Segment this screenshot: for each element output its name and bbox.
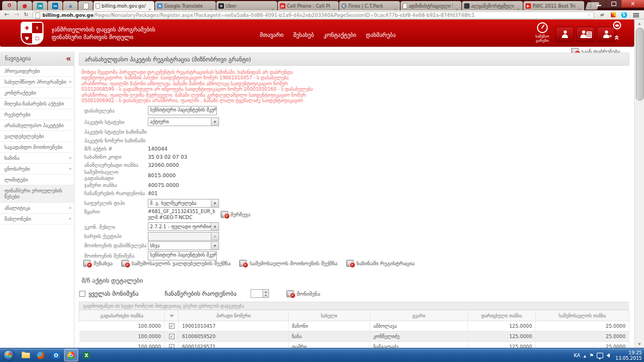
sidebar-item-obligations[interactable]: ვალდებულებები — [0, 131, 74, 142]
sidebar-item-payment-requests[interactable]: საგადახდო მოთხოვნები — [0, 142, 74, 153]
tab-besieged[interactable]: ალყაშემორტყმული აბ — [462, 1, 523, 10]
close-icon[interactable] — [516, 3, 521, 8]
clock[interactable]: 19:25 13.05.2015 — [615, 350, 642, 361]
spinner-arrows-icon[interactable]: ▲▼ — [262, 290, 268, 297]
row-checkbox[interactable] — [169, 323, 174, 329]
reload-icon[interactable] — [22, 11, 30, 18]
request-note-input[interactable]: სენსიტიური პაციენტების მკურნალ — [148, 251, 217, 260]
nav-home[interactable]: მთავარი — [260, 32, 284, 38]
back-icon[interactable] — [2, 11, 11, 18]
scroll-up-icon[interactable] — [635, 20, 644, 27]
sidebar-item-acceptance-acts[interactable]: მიღება-ჩაბარების აქტები — [0, 98, 74, 109]
create-income-request-button[interactable]: საშემოსავლოს მოთხოვნის შექმნა — [239, 260, 337, 267]
col-personal-number[interactable]: პირადი ნომერი — [179, 310, 289, 321]
expense-subtype-select[interactable] — [148, 232, 219, 241]
pinned-tab-drive[interactable]: ▲ — [63, 1, 78, 10]
network-icon[interactable] — [597, 353, 603, 358]
sidebar-item-references[interactable]: ცნობარები — [0, 164, 74, 174]
scroll-down-icon[interactable] — [635, 340, 644, 348]
sidebar-item-limits[interactable]: ლიმიტები — [0, 174, 74, 185]
outlook-taskbar-button[interactable]: O — [49, 349, 63, 361]
sidebar-item-nonsalary-packages[interactable]: არასახელფასო პაკეტები — [0, 120, 74, 131]
extension-arrows-icon[interactable] — [598, 11, 606, 18]
sidebar-item-analytics[interactable]: ანალიტიკა — [0, 203, 74, 214]
sidebar-item-providers[interactable]: პროვაიდერები — [0, 66, 74, 77]
mark-button[interactable]: მონიშვნა — [286, 290, 320, 297]
skype-icon[interactable] — [620, 11, 628, 18]
request-purpose-select[interactable]: სხვა — [148, 241, 219, 250]
sidebar-item-templates[interactable]: შაბლონები — [0, 214, 74, 224]
forward-icon[interactable] — [12, 11, 21, 18]
sidebar-item-financial-unit-rules[interactable]: ფინანსური ერთეულების წესები — [0, 185, 74, 203]
pinned-tab-yr[interactable]: YR — [33, 1, 47, 10]
status-select[interactable]: აქტიური — [148, 117, 219, 126]
minimize-button[interactable] — [591, 0, 606, 8]
sidebar-item-state-programs[interactable]: სახელმწიფო პროგრამები — [0, 77, 74, 88]
bookmark-star-icon[interactable] — [587, 13, 591, 18]
headset-icon[interactable] — [613, 21, 621, 29]
source-select-button[interactable]: შერჩევა — [221, 211, 251, 218]
tab-billing[interactable]: billing.moh.gov.ge/Page — [93, 1, 154, 10]
nav-contacts[interactable]: კონტაქტები — [324, 32, 357, 38]
explorer-taskbar-button[interactable] — [18, 349, 33, 361]
sidebar-item-registers[interactable]: რეესტრები — [0, 109, 74, 120]
col-filter[interactable] — [165, 310, 179, 321]
row-checkbox[interactable] — [169, 334, 174, 339]
col-accrued-amount[interactable]: დარიცხული თანხა — [468, 310, 536, 321]
tab-administrative[interactable]: ადმინისტრაციული სამ — [401, 1, 461, 10]
tab-cell-phone[interactable]: JD Cell Phone : Cell Phone — [278, 1, 339, 10]
action-center-flag-icon[interactable] — [589, 353, 593, 358]
nav-about[interactable]: შესახებ — [293, 32, 314, 38]
tray-expand-icon[interactable] — [584, 354, 586, 358]
profile-button[interactable] — [555, 27, 574, 42]
col-last-name[interactable]: გვარი — [370, 310, 468, 321]
pinned-tab-opera[interactable]: O — [2, 1, 17, 10]
pinned-tab-page[interactable] — [78, 1, 93, 10]
col-first-name[interactable]: სახელი — [289, 310, 370, 321]
vertical-scrollbar[interactable] — [634, 20, 644, 348]
workspace-widget[interactable]: სამუშაო გარემო — [530, 22, 555, 43]
sidebar-item-treasury[interactable]: ხაზინა — [0, 153, 74, 164]
sidebar-collapse-icon[interactable] — [66, 52, 71, 66]
firefox-taskbar-button[interactable] — [34, 349, 48, 361]
filter-funnel-icon[interactable] — [170, 315, 174, 317]
close-icon[interactable] — [393, 3, 398, 8]
close-icon[interactable] — [209, 3, 214, 8]
user-card-button[interactable] — [576, 27, 595, 42]
tab-uber[interactable]: U Uber — [216, 1, 277, 10]
record-count-spinner[interactable]: ▲▼ — [251, 289, 269, 298]
collapse-header-icon[interactable] — [612, 35, 622, 40]
select-all-checkbox[interactable] — [79, 291, 85, 297]
tab-google-translate[interactable]: A Google Translate — [155, 1, 216, 10]
extension-grid-icon[interactable] — [609, 11, 617, 18]
excel-taskbar-button[interactable]: X — [79, 349, 93, 361]
language-indicator[interactable]: KA — [574, 353, 580, 358]
create-income-obligation-button[interactable]: საშემოსავლოს ვალდებულების შექმნა — [121, 260, 230, 267]
maximize-button[interactable] — [606, 0, 621, 8]
tab-rwc-youtube[interactable]: ▶ RWC 2011 Best Tries - Y — [523, 1, 584, 10]
start-button[interactable] — [3, 349, 15, 361]
close-icon[interactable] — [454, 3, 459, 8]
nav-help[interactable]: დახმარება — [366, 32, 396, 38]
col-income-tax-amount[interactable]: საშემოსავლოს თანხა — [536, 310, 629, 321]
url-bar[interactable]: billing.moh.gov.ge /Pages/NonsalaryPacka… — [33, 11, 594, 19]
close-icon[interactable] — [577, 3, 582, 8]
treasury-register-button[interactable]: ხაზინაში რეგისტრაცია — [346, 260, 415, 267]
chrome-menu-icon[interactable] — [632, 11, 640, 18]
save-button[interactable]: შენახვა — [83, 260, 112, 267]
tab-fines-ctpark[interactable]: C Fines | C.T.Park — [339, 1, 400, 10]
basis-type-select[interactable]: მ. გ. ხელშეკრულება — [148, 199, 219, 208]
close-icon[interactable] — [332, 3, 336, 8]
pinned-tab-dot[interactable]: ● — [17, 1, 32, 10]
chrome-taskbar-button[interactable] — [64, 349, 78, 361]
close-icon[interactable] — [147, 3, 152, 8]
close-icon[interactable] — [270, 3, 275, 8]
scrollbar-thumb[interactable] — [636, 28, 644, 101]
pinned-tab-linkedin[interactable]: in — [48, 1, 62, 10]
sidebar-item-contracts[interactable]: კონტრაქტები — [0, 88, 74, 98]
table-row[interactable]: 100.0000 61006059520 ნანა კონწელიძე 125.… — [79, 332, 629, 342]
volume-icon[interactable] — [607, 353, 610, 358]
col-transfer-amount[interactable]: გადასარიცხი თანხა — [79, 310, 165, 321]
close-window-button[interactable] — [621, 0, 644, 8]
table-row[interactable]: 100.0000 19001010457 მანონი ამბოლავა 125… — [79, 321, 629, 332]
